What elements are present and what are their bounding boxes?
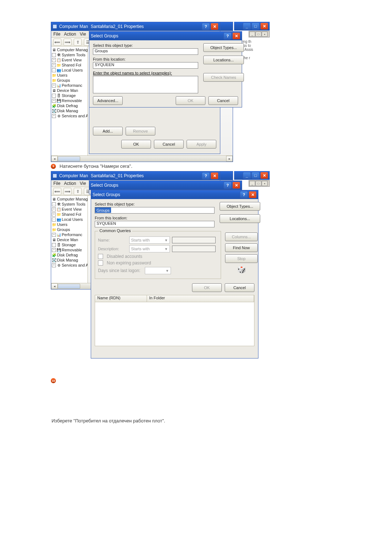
results-body[interactable] <box>95 302 254 346</box>
ok-button[interactable]: OK <box>121 140 151 149</box>
computer-icon <box>53 174 57 178</box>
object-type-field: Groups <box>93 48 198 55</box>
tree-diskm[interactable]: Disk Manag <box>57 258 78 262</box>
object-types-button[interactable]: Object Types... <box>203 43 244 52</box>
tree-storage[interactable]: Storage <box>62 93 76 98</box>
common-queries-legend: Common Queries <box>98 228 132 233</box>
tree-devmgr[interactable]: Device Man <box>57 238 78 242</box>
toolbar-back-icon[interactable]: ⟸ <box>53 188 61 195</box>
locations-button[interactable]: Locations... <box>220 214 260 223</box>
close-button[interactable]: ✕ <box>232 182 240 189</box>
scroll-right-icon[interactable]: ▸ <box>226 156 233 162</box>
close-button[interactable]: ✕ <box>260 172 268 179</box>
tree-loc[interactable]: Local Users <box>62 68 83 72</box>
nav-tree: 🖥Computer Manager -🛠System Tools +📋Event… <box>51 196 88 283</box>
locations-button[interactable]: Locations... <box>203 56 244 64</box>
search-results: Name (RDN) In Folder <box>95 295 254 346</box>
help-button[interactable]: ? <box>224 182 232 189</box>
minimize-button[interactable]: _ <box>243 23 251 30</box>
help-button[interactable]: ? <box>202 23 210 30</box>
tree-evt[interactable]: Event View <box>62 58 82 62</box>
add-button[interactable]: Add... <box>93 127 123 135</box>
object-types-button[interactable]: Object Types... <box>220 202 260 211</box>
help-button[interactable]: ? <box>240 191 248 198</box>
tree-shf[interactable]: Shared Fol <box>62 212 81 216</box>
object-names-input[interactable] <box>93 76 198 93</box>
tree-groups[interactable]: Groups <box>57 78 70 82</box>
tree-users[interactable]: Users <box>57 73 68 77</box>
screenshot-2: Computer Man File Action Vie ⟸ ⟹ ⇧ ☰ 🖥Co… <box>51 171 269 367</box>
tree-services[interactable]: Services and A <box>62 114 88 118</box>
menu-file[interactable]: File <box>53 181 60 186</box>
tree-diskmgr[interactable]: Disk Manag <box>57 109 78 113</box>
tree-storage[interactable]: Storage <box>62 243 76 247</box>
tree-sys[interactable]: System Tools <box>62 202 85 206</box>
tree-loc[interactable]: Local Users <box>62 217 83 222</box>
tree-root[interactable]: Computer Manager <box>57 197 88 201</box>
menu-view[interactable]: Vie <box>80 181 86 186</box>
collapse-icon[interactable]: - <box>52 94 56 98</box>
help-button[interactable]: ? <box>224 32 232 40</box>
close-button[interactable]: ✕ <box>211 23 219 30</box>
toolbar-up-icon[interactable]: ⇧ <box>74 39 82 46</box>
desc-match-combo: Starts with <box>129 245 170 252</box>
mdi-minimize-icon[interactable]: _ <box>249 181 255 186</box>
cancel-button[interactable]: Cancel <box>154 140 184 149</box>
tree-sys[interactable]: System Tools <box>62 53 85 57</box>
tree-devmgr[interactable]: Device Man <box>57 88 78 93</box>
tree-perf[interactable]: Performanc <box>62 232 82 237</box>
col-name-rdn[interactable]: Name (RDN) <box>95 295 147 302</box>
menu-action[interactable]: Action <box>64 181 76 186</box>
toolbar-back-icon[interactable]: ⟸ <box>53 39 61 46</box>
expand-icon[interactable]: + <box>52 99 56 103</box>
device-icon: 🖥 <box>52 88 56 93</box>
toolbar-fwd-icon[interactable]: ⟹ <box>64 188 72 195</box>
maximize-button[interactable]: □ <box>252 172 260 179</box>
tree-users[interactable]: Users <box>57 222 68 227</box>
mdi-restore-icon[interactable]: □ <box>256 32 261 37</box>
tree-defrag[interactable]: Disk Defrag <box>57 253 78 257</box>
menu-view[interactable]: Vie <box>80 32 86 37</box>
scroll-thumb[interactable] <box>58 156 80 161</box>
tree-shf[interactable]: Shared Fol <box>62 63 81 67</box>
collapse-icon[interactable]: - <box>52 53 56 57</box>
tree-defrag[interactable]: Disk Defrag <box>57 104 78 108</box>
mdi-restore-icon[interactable]: □ <box>256 181 261 186</box>
collapse-icon[interactable]: - <box>52 68 56 72</box>
tree-groups[interactable]: Groups <box>57 227 70 232</box>
close-button[interactable]: ✕ <box>260 23 268 30</box>
menu-action[interactable]: Action <box>64 32 76 37</box>
scroll-left-icon[interactable]: ◂ <box>51 156 58 162</box>
expand-icon[interactable]: + <box>52 58 56 62</box>
tree-rem[interactable]: Removable <box>62 248 82 252</box>
tree-root[interactable]: Computer Manager <box>57 48 88 52</box>
find-now-button[interactable]: Find Now <box>225 243 258 252</box>
maximize-button[interactable]: □ <box>252 23 260 30</box>
col-in-folder[interactable]: In Folder <box>147 295 254 302</box>
object-type-field: Groups <box>95 207 215 214</box>
close-button[interactable]: ✕ <box>232 32 240 40</box>
mdi-close-icon[interactable]: × <box>262 181 268 186</box>
tree-evt[interactable]: Event View <box>62 207 82 211</box>
mdi-close-icon[interactable]: × <box>262 32 268 37</box>
tree-removable[interactable]: Removable <box>62 98 82 103</box>
close-button[interactable]: ✕ <box>249 191 257 198</box>
expand-icon[interactable]: + <box>52 63 56 67</box>
advanced-button[interactable]: Advanced... <box>93 96 123 105</box>
toolbar-up-icon[interactable]: ⇧ <box>74 188 82 195</box>
cancel-button[interactable]: Cancel <box>225 283 254 292</box>
expand-icon[interactable]: + <box>52 84 56 88</box>
remove-button: Remove <box>126 127 155 135</box>
h-scrollbar[interactable]: ◂ ▸ <box>51 155 233 162</box>
help-button[interactable]: ? <box>202 172 210 179</box>
close-button[interactable]: ✕ <box>211 172 219 179</box>
menu-file[interactable]: File <box>53 32 60 37</box>
toolbar-fwd-icon[interactable]: ⟹ <box>64 39 72 46</box>
minimize-button[interactable]: _ <box>243 172 251 179</box>
tree-perf[interactable]: Performanc <box>62 83 82 88</box>
gear-icon: ⚙ <box>57 114 61 118</box>
mdi-minimize-icon[interactable]: _ <box>249 32 255 37</box>
expand-icon[interactable]: + <box>52 114 56 118</box>
cancel-button[interactable]: Cancel <box>208 96 238 105</box>
tree-svc[interactable]: Services and A <box>62 263 88 267</box>
